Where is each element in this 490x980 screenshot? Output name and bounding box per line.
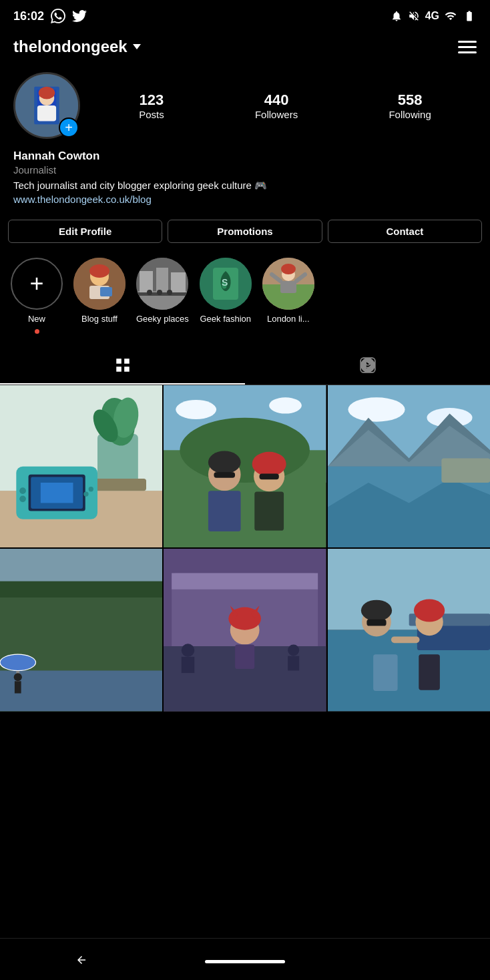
svg-point-44	[19, 487, 26, 494]
svg-point-45	[19, 495, 26, 502]
svg-rect-55	[214, 472, 236, 478]
svg-point-5	[39, 87, 55, 99]
svg-point-98	[414, 599, 445, 622]
tab-tagged[interactable]	[245, 347, 490, 385]
avatar-wrapper: +	[13, 72, 80, 139]
following-stat[interactable]: 558 Following	[389, 91, 431, 120]
london-highlight-circle	[262, 258, 314, 310]
svg-rect-83	[182, 657, 194, 673]
username-area[interactable]: thelondongeek	[13, 37, 141, 56]
svg-rect-80	[172, 573, 318, 589]
edit-profile-button[interactable]: Edit Profile	[8, 220, 162, 243]
svg-point-76	[14, 673, 22, 681]
svg-rect-68	[441, 458, 490, 482]
svg-rect-88	[288, 656, 299, 671]
svg-rect-56	[208, 491, 241, 531]
photo-cell-1[interactable]	[0, 385, 162, 547]
following-count: 558	[398, 91, 423, 109]
posts-count: 123	[140, 91, 164, 109]
svg-rect-60	[255, 491, 284, 530]
plus-icon: +	[29, 272, 43, 296]
photo-grid	[0, 385, 490, 712]
following-label: Following	[389, 109, 431, 120]
profile-bio: Tech journalist and city blogger explori…	[13, 178, 477, 192]
chevron-down-icon	[133, 44, 141, 49]
tab-bar	[0, 347, 490, 385]
photo-cell-5[interactable]	[164, 549, 326, 711]
photo-cell-2[interactable]	[164, 385, 326, 547]
android-back-button[interactable]	[69, 947, 94, 975]
profile-link[interactable]: www.thelondongeek.co.uk/blog	[13, 192, 477, 206]
highlight-new[interactable]: + New	[11, 258, 63, 334]
geekyplaces-highlight-label: Geeky places	[136, 314, 189, 324]
status-bar: 16:02 4G	[0, 0, 490, 32]
battery-icon	[462, 10, 477, 22]
new-highlight-dot	[35, 329, 39, 334]
android-nav	[0, 943, 490, 980]
highlight-geekfashion[interactable]: S Geek fashion	[200, 258, 252, 334]
svg-point-94	[361, 600, 392, 622]
svg-point-87	[288, 645, 299, 656]
svg-rect-96	[373, 654, 397, 691]
svg-point-58	[252, 452, 286, 476]
alarm-icon	[391, 10, 403, 22]
promotions-button[interactable]: Promotions	[168, 220, 322, 243]
tab-grid[interactable]	[0, 347, 245, 385]
svg-rect-10	[100, 287, 112, 296]
svg-rect-15	[171, 272, 186, 294]
svg-point-47	[83, 491, 88, 496]
posts-stat[interactable]: 123 Posts	[139, 91, 164, 120]
geekyplaces-highlight-circle	[136, 258, 188, 310]
profile-name: Hannah Cowton	[13, 150, 477, 163]
signal-icon	[445, 10, 457, 22]
contact-button[interactable]: Contact	[328, 220, 482, 243]
geekfashion-highlight-circle: S	[200, 258, 252, 310]
followers-stat[interactable]: 440 Followers	[255, 91, 298, 120]
photo-cell-6[interactable]	[328, 549, 490, 711]
svg-point-62	[348, 397, 405, 421]
menu-button[interactable]	[458, 41, 477, 53]
svg-rect-77	[15, 682, 21, 694]
svg-rect-86	[235, 645, 254, 669]
username-label: thelondongeek	[13, 37, 128, 56]
photo-cell-4[interactable]	[0, 549, 162, 711]
profile-top: + 123 Posts 440 Followers 558 Following	[13, 72, 477, 139]
add-story-button[interactable]: +	[59, 117, 79, 138]
blogstuff-highlight-label: Blog stuff	[81, 314, 117, 324]
svg-rect-72	[0, 671, 162, 712]
svg-rect-43	[41, 483, 73, 503]
svg-rect-99	[419, 654, 440, 690]
android-home-pill[interactable]	[205, 960, 285, 963]
followers-count: 440	[264, 91, 289, 109]
svg-point-46	[89, 487, 93, 491]
svg-point-82	[182, 644, 194, 657]
twitter-icon	[72, 9, 87, 23]
stats-row: 123 Posts 440 Followers 558 Following	[93, 91, 477, 120]
svg-rect-36	[89, 479, 146, 491]
status-icons-right: 4G	[391, 10, 477, 22]
svg-point-49	[176, 400, 217, 419]
highlight-geekyplaces[interactable]: Geeky places	[136, 258, 189, 334]
network-label: 4G	[425, 10, 439, 22]
grid-icon	[114, 356, 132, 374]
svg-rect-4	[37, 105, 56, 121]
svg-rect-100	[391, 637, 420, 644]
top-nav: thelondongeek	[0, 32, 490, 65]
svg-point-26	[281, 264, 296, 274]
tagged-icon	[359, 356, 377, 374]
action-buttons: Edit Profile Promotions Contact	[0, 217, 490, 252]
svg-point-8	[89, 264, 109, 278]
blogstuff-highlight-circle	[73, 258, 126, 310]
status-time: 16:02	[13, 9, 44, 23]
svg-rect-27	[280, 281, 296, 293]
highlights-row: + New Blog stuff	[0, 252, 490, 347]
profile-section: + 123 Posts 440 Followers 558 Following …	[0, 65, 490, 217]
highlight-blogstuff[interactable]: Blog stuff	[73, 258, 126, 334]
svg-point-19	[167, 290, 172, 295]
photo-cell-3[interactable]	[328, 385, 490, 547]
svg-point-54	[208, 451, 241, 474]
highlight-london[interactable]: London li...	[262, 258, 314, 334]
svg-rect-59	[260, 474, 279, 480]
new-highlight-circle: +	[11, 258, 63, 310]
svg-point-50	[269, 397, 302, 413]
